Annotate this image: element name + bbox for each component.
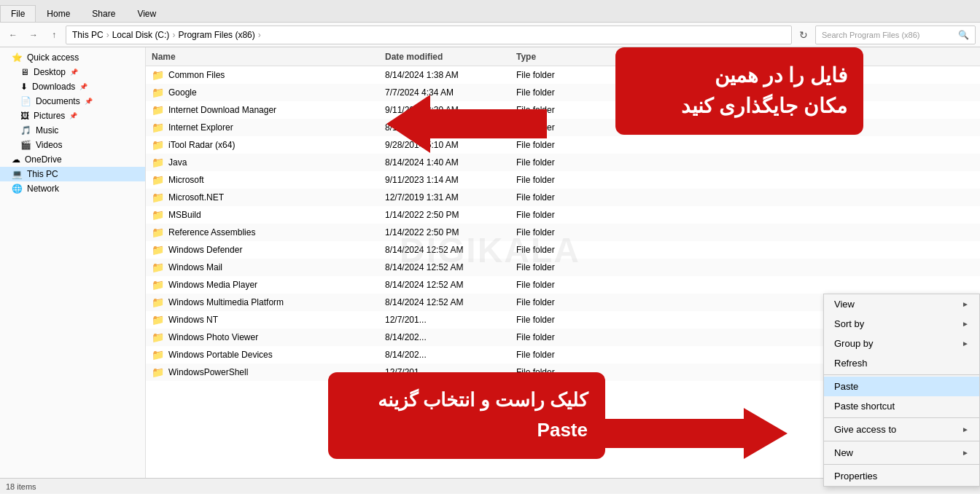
table-row[interactable]: 📁 MSBuild 1/14/2022 2:50 PM File folder [146,206,980,224]
file-type: File folder [516,175,618,185]
file-type: File folder [516,87,618,98]
col-header-type[interactable]: Type [516,52,618,62]
folder-icon: 📁 [152,122,164,133]
breadcrumb-localdisk[interactable]: Local Disk (C:) [112,30,170,40]
sidebar-label-videos: Videos [36,140,62,150]
sidebar-label-onedrive: OneDrive [25,154,62,165]
file-date: 12/7/2019 1:31 AM [385,192,516,203]
ctx-divider [824,374,979,375]
table-row[interactable]: 📁 Reference Assemblies 1/14/2022 2:50 PM… [146,224,980,241]
sidebar-item-quick-access[interactable]: ⭐ Quick access [0,50,145,65]
tab-file[interactable]: File [0,5,36,22]
file-name: 📁 Microsoft [152,174,385,186]
videos-icon: 🎬 [20,140,31,150]
pictures-icon: 🖼 [20,111,29,121]
breadcrumb-programfiles[interactable]: Program Files (x86) [178,30,254,40]
downloads-icon: ⬇ [20,82,28,92]
sep1: › [106,30,109,40]
refresh-button[interactable]: ↻ [795,26,812,44]
submenu-chevron: ► [962,339,969,347]
forward-button[interactable]: → [25,26,42,44]
file-date: 9/28/2014 5:10 AM [385,140,516,150]
submenu-chevron: ► [962,425,969,433]
sidebar-label-music: Music [36,125,58,135]
sidebar-item-pictures[interactable]: 🖼 Pictures 📌 [0,109,145,123]
up-button[interactable]: ↑ [45,26,63,44]
folder-icon: 📁 [152,157,164,168]
ctx-label: Paste [834,381,858,392]
desktop-icon: 🖥 [20,67,29,77]
tab-view[interactable]: View [126,5,167,22]
ctx-label: New [834,447,853,458]
file-name: 📁 Windows Mail [152,262,385,273]
breadcrumb-thispc[interactable]: This PC [72,30,104,40]
ctx-item-paste[interactable]: Paste [824,377,979,396]
ctx-item-view[interactable]: View ► [824,294,979,314]
col-header-date[interactable]: Date modified [385,52,516,62]
ctx-item-paste-shortcut[interactable]: Paste shortcut [824,396,979,416]
breadcrumb[interactable]: This PC › Local Disk (C:) › Program File… [66,25,792,44]
folder-icon: 📁 [152,262,164,273]
table-row[interactable]: 📁 Windows Media Player 8/14/2024 12:52 A… [146,276,980,294]
ctx-item-sort-by[interactable]: Sort by ► [824,314,979,334]
network-icon: 🌐 [12,184,23,194]
sidebar-item-downloads[interactable]: ⬇ Downloads 📌 [0,79,145,94]
tab-share[interactable]: Share [81,5,126,22]
ctx-label: Properties [834,471,877,482]
sep3: › [258,30,261,40]
folder-icon: 📁 [152,69,164,81]
file-name: 📁 Internet Download Manager [152,104,385,116]
file-date: 12/7/201... [385,315,516,325]
file-name: 📁 Windows Photo Viewer [152,331,385,343]
quick-access-icon: ⭐ [12,52,23,63]
ctx-item-properties[interactable]: Properties [824,466,979,486]
sidebar-item-onedrive[interactable]: ☁ OneDrive [0,152,145,167]
ctx-divider [824,464,979,465]
file-type: File folder [516,245,618,255]
sidebar-item-videos[interactable]: 🎬 Videos [0,138,145,152]
folder-icon: 📁 [152,209,164,221]
sidebar-item-thispc[interactable]: 💻 This PC [0,167,145,181]
ctx-label: Group by [834,338,873,349]
col-header-name[interactable]: Name [152,52,385,62]
ctx-item-give-access-to[interactable]: Give access to ► [824,420,979,439]
onedrive-icon: ☁ [12,154,20,165]
sidebar-item-documents[interactable]: 📄 Documents 📌 [0,94,145,109]
sidebar-item-network[interactable]: 🌐 Network [0,181,145,196]
table-row[interactable]: 📁 Microsoft 9/11/2023 1:14 AM File folde… [146,171,980,189]
table-row[interactable]: 📁 Windows Mail 8/14/2024 12:52 AM File f… [146,259,980,276]
sep2: › [172,30,175,40]
file-date: 8/14/2024 12:52 AM [385,280,516,290]
search-bar[interactable]: Search Program Files (x86) 🔍 [815,25,976,44]
sidebar-item-desktop[interactable]: 🖥 Desktop 📌 [0,65,145,79]
table-row[interactable]: 📁 Microsoft.NET 12/7/2019 1:31 AM File f… [146,189,980,206]
file-name: 📁 Internet Explorer [152,122,385,133]
file-type: File folder [516,280,618,290]
submenu-chevron: ► [962,449,969,457]
ctx-item-refresh[interactable]: Refresh [824,353,979,373]
tab-home[interactable]: Home [36,5,81,22]
table-row[interactable]: 📁 Windows Defender 8/14/2024 12:52 AM Fi… [146,241,980,259]
file-name: 📁 Windows NT [152,314,385,326]
file-name: 📁 iTool Radar (x64) [152,139,385,151]
sidebar-label-downloads: Downloads [32,82,75,92]
folder-icon: 📁 [152,296,164,308]
file-type: File folder [516,192,618,203]
table-row[interactable]: 📁 iTool Radar (x64) 9/28/2014 5:10 AM Fi… [146,136,980,154]
ctx-item-group-by[interactable]: Group by ► [824,334,979,353]
table-row[interactable]: 📁 Java 8/14/2024 1:40 AM File folder [146,154,980,171]
tab-bar: File Home Share View [0,0,980,22]
ctx-item-new[interactable]: New ► [824,443,979,463]
file-type: File folder [516,262,618,272]
ctx-divider [824,417,979,418]
ctx-label: View [834,299,855,310]
file-date: 9/11/2023 1:14 AM [385,175,516,185]
folder-icon: 📁 [152,192,164,203]
sidebar-item-music[interactable]: 🎵 Music [0,123,145,138]
ctx-label: Sort by [834,318,864,329]
back-button[interactable]: ← [4,26,22,44]
ctx-label: Paste shortcut [834,401,895,412]
folder-icon: 📁 [152,244,164,256]
ribbon: File Home Share View [0,0,980,23]
file-type: File folder [516,350,618,360]
